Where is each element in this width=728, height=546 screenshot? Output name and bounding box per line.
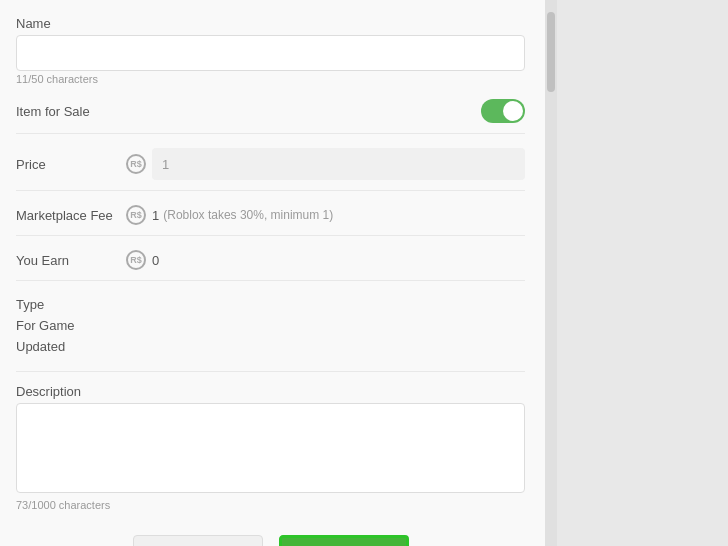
item-for-sale-row: Item for Sale bbox=[16, 99, 525, 134]
type-label: Type bbox=[16, 295, 525, 316]
item-for-sale-label: Item for Sale bbox=[16, 104, 126, 119]
price-robux-icon: R$ bbox=[126, 154, 146, 174]
you-earn-label: You Earn bbox=[16, 253, 126, 268]
marketplace-fee-row: Marketplace Fee R$ 1 (Roblox takes 30%, … bbox=[16, 205, 525, 236]
right-panel bbox=[557, 0, 728, 546]
description-field-group: Description 73/1000 characters bbox=[16, 384, 525, 511]
name-field-group: Name 11/50 characters bbox=[16, 16, 525, 85]
save-button[interactable]: Save bbox=[279, 535, 409, 546]
updated-label: Updated bbox=[16, 337, 525, 358]
marketplace-fee-label: Marketplace Fee bbox=[16, 208, 126, 223]
meta-section: Type For Game Updated bbox=[16, 295, 525, 357]
description-char-count: 73/1000 characters bbox=[16, 499, 525, 511]
description-label: Description bbox=[16, 384, 525, 399]
marketplace-fee-note: (Roblox takes 30%, minimum 1) bbox=[163, 208, 333, 222]
name-label: Name bbox=[16, 16, 525, 31]
toggle-wrapper bbox=[481, 99, 525, 123]
scrollbar-track[interactable] bbox=[545, 0, 557, 546]
button-row: Cancel Save bbox=[16, 535, 525, 546]
divider bbox=[16, 371, 525, 372]
cancel-button[interactable]: Cancel bbox=[133, 535, 263, 546]
you-earn-row: You Earn R$ 0 bbox=[16, 250, 525, 281]
page-wrapper: Name 11/50 characters Item for Sale Pric… bbox=[0, 0, 728, 546]
marketplace-robux-icon: R$ bbox=[126, 205, 146, 225]
name-char-count: 11/50 characters bbox=[16, 73, 525, 85]
marketplace-fee-value: 1 bbox=[152, 208, 159, 223]
item-for-sale-toggle[interactable] bbox=[481, 99, 525, 123]
form-panel: Name 11/50 characters Item for Sale Pric… bbox=[0, 0, 545, 546]
description-textarea[interactable] bbox=[16, 403, 525, 493]
toggle-knob bbox=[503, 101, 523, 121]
type-value: For Game bbox=[16, 316, 525, 337]
you-earn-value: 0 bbox=[152, 253, 159, 268]
price-input[interactable] bbox=[152, 148, 525, 180]
name-input[interactable] bbox=[16, 35, 525, 71]
price-row: Price R$ bbox=[16, 148, 525, 191]
scrollbar-thumb bbox=[547, 12, 555, 92]
you-earn-robux-icon: R$ bbox=[126, 250, 146, 270]
price-label: Price bbox=[16, 157, 126, 172]
